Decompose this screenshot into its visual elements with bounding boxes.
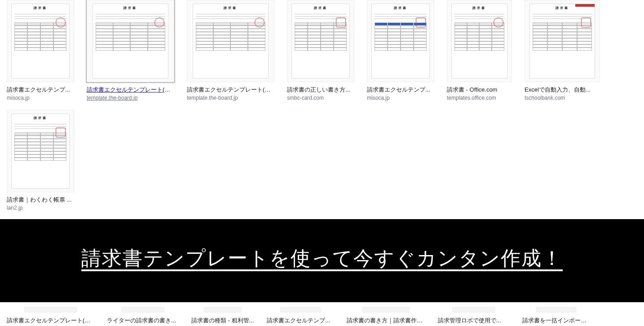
image-result[interactable]: 請求書エクセルテンプ...misoca.jp — [267, 307, 334, 326]
result-domain[interactable]: smbc-card.com — [287, 95, 354, 101]
image-result[interactable]: 請求書請求書｜わくわく帳票 ...lan2.jp — [7, 110, 74, 211]
banner-text: 請求書テンプレートを使って今すぐカンタン作成！ — [81, 247, 563, 269]
result-thumbnail[interactable] — [7, 307, 94, 313]
result-thumbnail[interactable] — [347, 307, 425, 313]
result-title[interactable]: 請求管理ロボで使用で... — [438, 317, 510, 325]
result-title[interactable]: 請求書エクセルテンプレート(無... — [187, 86, 274, 94]
result-domain[interactable]: lan2.jp — [7, 205, 74, 211]
promo-banner[interactable]: 請求書テンプレートを使って今すぐカンタン作成！ — [0, 219, 644, 302]
result-domain[interactable]: template.the-board.jp — [187, 95, 274, 101]
result-title[interactable]: 請求書の正しい書き方... — [287, 86, 354, 94]
result-title[interactable]: 請求書の種類 - 粗利管... — [191, 317, 254, 325]
result-title[interactable]: 請求書エクセルテンプレート(無... — [87, 86, 174, 94]
result-title[interactable]: 請求書エクセルテンプ... — [367, 86, 434, 94]
result-thumbnail[interactable]: 請求書 — [187, 0, 274, 82]
result-title[interactable]: 請求書｜わくわく帳票 ... — [7, 196, 74, 204]
result-thumbnail[interactable]: 請求書 — [287, 0, 354, 82]
image-result[interactable]: 請求書請求書エクセルテンプレート(無...template.the-board.… — [187, 0, 274, 101]
result-title[interactable]: 請求書を一括インポート... — [522, 317, 590, 325]
result-thumbnail[interactable] — [107, 307, 179, 313]
result-title[interactable]: 請求書 - Office.com — [447, 86, 512, 94]
result-thumbnail[interactable]: 請求書 — [447, 0, 512, 82]
result-title[interactable]: Excelで自動入力、自動... — [525, 86, 600, 94]
image-result[interactable]: 請求書請求書 - Office.comtemplates.office.com — [447, 0, 512, 101]
image-result[interactable]: 請求書請求書エクセルテンプレート(無...template.the-board.… — [87, 0, 174, 101]
result-title[interactable]: 請求書の書き方｜請求書作成... — [347, 317, 425, 325]
result-domain[interactable]: misoca.jp — [367, 95, 434, 101]
image-result[interactable]: 請求書の書き方｜請求書作成...advisors-freee.jp — [347, 307, 425, 326]
result-thumbnail[interactable]: 請求書 — [7, 110, 74, 192]
image-result[interactable]: 請求書の種類 - 粗利管...uconnect.jp — [191, 307, 254, 326]
image-result[interactable]: 請求書請求書エクセルテンプ...misoca.jp — [7, 0, 74, 101]
result-thumbnail[interactable]: 請求書 — [7, 0, 74, 82]
result-thumbnail[interactable] — [267, 307, 334, 313]
result-title[interactable]: ライターの請求書の書き... — [107, 317, 179, 325]
image-result[interactable]: 請求書エクセルテンプレート(無...template.the-board.jp — [7, 307, 94, 326]
result-domain[interactable]: tschoolbank.com — [525, 95, 600, 101]
result-thumbnail[interactable] — [522, 307, 590, 313]
result-title[interactable]: 請求書エクセルテンプ... — [7, 86, 74, 94]
result-thumbnail[interactable]: 請求書 — [87, 0, 174, 82]
result-title[interactable]: 請求書エクセルテンプレート(無... — [7, 317, 94, 325]
image-result[interactable]: ライターの請求書の書き...invoice.moneyforward.com — [107, 307, 179, 326]
image-result[interactable]: 請求管理ロボで使用で...keirinomikata.zendesk.co... — [438, 307, 510, 326]
image-result[interactable]: 請求書Excelで自動入力、自動...tschoolbank.com — [525, 0, 600, 101]
image-result[interactable]: 請求書請求書エクセルテンプ...misoca.jp — [367, 0, 434, 101]
result-thumbnail[interactable] — [191, 307, 254, 313]
result-thumbnail[interactable]: 請求書 — [525, 0, 600, 82]
image-result[interactable]: 請求書を一括インポート...support.freee.co.jp — [522, 307, 590, 326]
image-result[interactable]: 請求書請求書の正しい書き方...smbc-card.com — [287, 0, 354, 101]
result-domain[interactable]: templates.office.com — [447, 95, 512, 101]
result-thumbnail[interactable] — [438, 307, 510, 313]
result-thumbnail[interactable]: 請求書 — [367, 0, 434, 82]
result-title[interactable]: 請求書エクセルテンプ... — [267, 317, 334, 325]
result-domain[interactable]: template.the-board.jp — [87, 95, 174, 101]
result-domain[interactable]: misoca.jp — [7, 95, 74, 101]
